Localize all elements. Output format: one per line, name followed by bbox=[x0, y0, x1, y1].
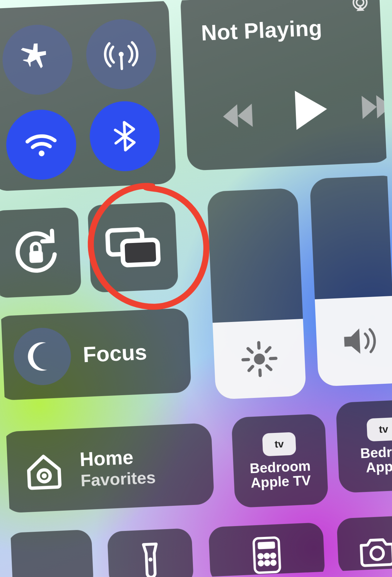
airplane-mode-toggle[interactable] bbox=[1, 23, 74, 96]
cellular-data-toggle[interactable] bbox=[85, 18, 158, 91]
bluetooth-icon bbox=[107, 119, 142, 153]
screen-mirroring-icon bbox=[104, 225, 162, 270]
svg-point-3 bbox=[356, 0, 364, 6]
focus-label: Focus bbox=[82, 339, 147, 367]
airplane-icon bbox=[19, 41, 56, 78]
home-subtitle: Favorites bbox=[80, 467, 156, 490]
svg-rect-13 bbox=[258, 541, 275, 549]
apple-tv-remote-2[interactable]: tv BedrooApple bbox=[336, 399, 392, 493]
svg-point-14 bbox=[258, 554, 263, 558]
camera-icon bbox=[357, 534, 392, 569]
appletv-badge-icon: tv bbox=[262, 432, 296, 456]
svg-point-11 bbox=[148, 557, 153, 562]
svg-point-18 bbox=[265, 561, 269, 565]
flashlight-button[interactable] bbox=[107, 528, 194, 577]
screen-mirroring-button[interactable] bbox=[87, 202, 179, 293]
svg-point-20 bbox=[371, 547, 384, 560]
apple-tv-1-label: BedroomApple TV bbox=[249, 459, 311, 490]
apple-tv-remote-1[interactable]: tv BedroomApple TV bbox=[231, 414, 329, 508]
bottom-tile-1[interactable] bbox=[7, 529, 94, 577]
brightness-slider[interactable] bbox=[207, 188, 306, 399]
moon-icon bbox=[24, 338, 61, 375]
svg-point-19 bbox=[271, 561, 276, 565]
airplay-audio-icon[interactable] bbox=[349, 0, 372, 15]
play-button[interactable] bbox=[292, 89, 330, 130]
brightness-fill bbox=[213, 319, 306, 399]
wifi-toggle[interactable] bbox=[5, 108, 78, 181]
camera-button[interactable] bbox=[337, 515, 392, 576]
focus-icon-circle bbox=[12, 326, 72, 386]
volume-slider[interactable] bbox=[309, 175, 392, 386]
svg-rect-6 bbox=[122, 240, 158, 265]
svg-point-8 bbox=[254, 353, 265, 365]
connectivity-panel[interactable] bbox=[0, 0, 176, 191]
calculator-icon bbox=[249, 535, 284, 575]
home-title: Home bbox=[79, 445, 155, 471]
media-playback-panel[interactable]: Not Playing bbox=[180, 0, 392, 171]
rewind-button[interactable] bbox=[220, 102, 255, 130]
svg-point-1 bbox=[39, 150, 45, 156]
calculator-button[interactable] bbox=[208, 522, 325, 577]
home-text: Home Favorites bbox=[79, 445, 156, 490]
svg-point-17 bbox=[259, 561, 263, 566]
svg-point-10 bbox=[42, 473, 47, 479]
wifi-icon bbox=[22, 126, 60, 163]
speaker-icon bbox=[340, 322, 384, 360]
appletv-badge-icon: tv bbox=[366, 417, 392, 442]
apple-tv-2-label: BedrooApple bbox=[360, 444, 392, 475]
home-icon bbox=[22, 449, 66, 493]
cellular-antenna-icon bbox=[103, 36, 140, 73]
svg-point-15 bbox=[265, 554, 269, 558]
fast-forward-button[interactable] bbox=[359, 93, 392, 121]
now-playing-title: Not Playing bbox=[201, 15, 323, 45]
control-center: Not Playing bbox=[0, 0, 392, 577]
home-favorites-button[interactable]: Home Favorites bbox=[0, 423, 214, 513]
orientation-lock-button[interactable] bbox=[0, 207, 81, 298]
flashlight-icon bbox=[136, 541, 165, 577]
volume-fill bbox=[315, 295, 392, 387]
focus-button[interactable]: Focus bbox=[0, 308, 191, 401]
bluetooth-toggle[interactable] bbox=[88, 100, 161, 173]
sun-icon bbox=[239, 339, 280, 380]
rotation-lock-icon bbox=[10, 226, 62, 279]
svg-point-16 bbox=[271, 554, 275, 558]
